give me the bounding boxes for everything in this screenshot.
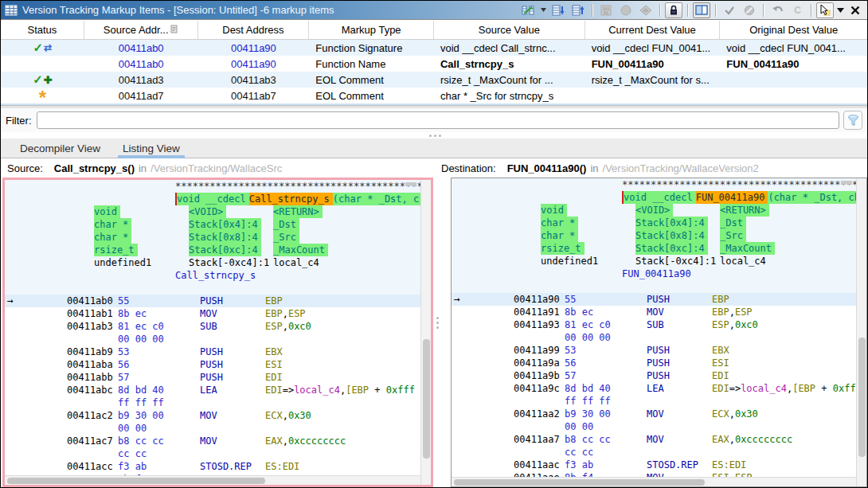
tab-listing-view[interactable]: Listing View [111, 139, 191, 158]
tool-options-caret-icon[interactable] [836, 2, 844, 18]
instruction-line[interactable]: 00411abc8d bd 40LEAEDI=>local_c4,[EBP + … [5, 384, 431, 396]
instruction-bytes: 57 [118, 371, 200, 384]
instruction-line[interactable]: 00411accf3 abSTOSD.REPES:EDI [5, 460, 431, 473]
instruction-bytes: 53 [565, 344, 647, 357]
column-header-status[interactable]: Status [1, 21, 84, 39]
variable-line[interactable]: undefined1Stack[-0xc4]:1local_c4 [452, 255, 866, 267]
markup-table-row[interactable]: ✓⇄00411ab000411a90Function Signaturevoid… [1, 40, 867, 56]
instruction-operands: ECX,0x30 [265, 409, 431, 422]
vertical-scrollbar[interactable] [856, 178, 866, 486]
horizontal-scrollbar[interactable] [452, 477, 856, 486]
markup-table-row[interactable]: *00411ad700411ab7EOL Commentchar * _Src … [1, 88, 867, 103]
instruction-bytes-continuation[interactable]: cc cc [5, 447, 431, 460]
markup-table-row[interactable]: 00411ab000411a90Function NameCall_strncp… [1, 56, 867, 72]
plate-comment-line[interactable]: ****************************************… [452, 178, 866, 191]
instruction-bytes-continuation[interactable]: ff ff ff [452, 395, 866, 408]
instruction-bytes-continuation[interactable]: cc cc [452, 446, 866, 459]
vertical-scrollbar[interactable] [420, 180, 431, 485]
instruction-line[interactable]: →00411a9055PUSHEBP [452, 293, 866, 306]
source-listing-panel[interactable]: ****************************************… [2, 178, 433, 487]
lock-icon[interactable] [665, 2, 682, 18]
function-label-line[interactable]: Call_strncpy_s [5, 269, 431, 282]
apply-markup-dropdown-caret-icon[interactable] [539, 2, 547, 18]
destination-header: Destination: FUN_00411a90() in /VersionT… [435, 162, 867, 174]
instruction-line[interactable]: 00411a9b57PUSHEDI [452, 369, 866, 382]
variable-line[interactable]: char *Stack[0x4]:4_Dst [452, 217, 866, 229]
current-dest-value-cell: rsize_t _MaxCount for s... [585, 72, 721, 88]
instruction-line[interactable]: 00411a9381 ec c0SUBESP,0xc0 [452, 318, 866, 331]
plate-comment-line[interactable]: ****************************************… [5, 180, 431, 193]
instruction-line[interactable]: 00411a9953PUSHEBX [452, 344, 866, 357]
variable-storage: Stack[-0xc4]:1 [635, 255, 719, 267]
instruction-line[interactable]: 00411a9c8d bd 40LEAEDI=>local_c4,[EBP + … [452, 382, 866, 395]
close-icon[interactable] [846, 2, 864, 18]
instruction-line[interactable]: 00411ac7b8 cc ccMOVEAX,0xcccccccc [5, 435, 431, 447]
signature-params: (char * _Dst, c [333, 193, 422, 205]
instruction-line[interactable]: 00411ab953PUSHEBX [5, 346, 431, 358]
markup-table-row[interactable]: ✓✚00411ad300411ab3EOL Commentrsize_t _Ma… [1, 72, 867, 88]
instruction-address: 00411a99 [514, 344, 565, 357]
original-dest-value-cell [720, 88, 867, 103]
variable-line[interactable]: char *Stack[0x8]:4_Src [5, 231, 431, 244]
column-header-dest-address[interactable]: Dest Address [198, 21, 310, 39]
blank-line[interactable] [452, 280, 866, 293]
instruction-line[interactable]: →00411ab055PUSHEBP [5, 295, 431, 307]
instruction-bytes: b9 30 00 [565, 408, 647, 420]
instruction-line[interactable]: 00411a918b ecMOVEBP,ESP [452, 306, 866, 318]
instruction-bytes-continuation[interactable]: 00 00 [5, 422, 431, 435]
column-header-source-addr-[interactable]: Source Addr... [84, 21, 198, 39]
instruction-bytes-continuation[interactable]: 00 00 00 [5, 333, 431, 346]
destination-listing[interactable]: ****************************************… [452, 178, 866, 484]
column-header-markup-type[interactable]: Markup Type [309, 21, 434, 39]
instruction-line[interactable]: 00411a9a56PUSHESI [452, 357, 866, 369]
variable-type: undefined1 [541, 255, 601, 267]
cursor-arrow-icon[interactable] [816, 2, 834, 18]
dual-panel-icon[interactable] [693, 2, 710, 18]
table-icon [5, 5, 18, 16]
horizontal-scrollbar[interactable] [5, 475, 420, 485]
instruction-address: 00411a91 [514, 306, 565, 318]
instruction-line[interactable]: 00411aa2b9 30 00MOVECX,0x30 [452, 408, 866, 420]
filter-bar: Filter: [1, 108, 867, 132]
instruction-line[interactable]: 00411ab381 ec c0SUBESP,0xc0 [5, 320, 431, 333]
instruction-mnemonic: STOSD.REP [647, 459, 712, 471]
instruction-bytes-continuation[interactable]: 00 00 [452, 420, 866, 433]
variable-line[interactable]: char *Stack[0x4]:4_Dst [5, 218, 431, 231]
filter-input[interactable] [37, 111, 840, 129]
instruction-line[interactable]: 00411abb57PUSHEDI [5, 371, 431, 384]
variable-line[interactable]: void<VOID><RETURN> [452, 204, 866, 217]
instruction-line[interactable]: 00411aba56PUSHESI [5, 358, 431, 371]
instruction-line[interactable]: 00411ac2b9 30 00MOVECX,0x30 [5, 409, 431, 422]
source-listing[interactable]: ****************************************… [5, 180, 431, 485]
instruction-bytes-continuation[interactable]: 00 00 00 [452, 331, 866, 344]
column-header-source-value[interactable]: Source Value [434, 21, 585, 39]
instruction-line[interactable]: 00411aa7b8 cc ccMOVEAX,0xcccccccc [452, 433, 866, 446]
funnel-icon[interactable] [843, 111, 862, 130]
column-header-current-dest-value[interactable]: Current Dest Value [585, 21, 721, 39]
vertical-splitter[interactable] [436, 317, 439, 329]
table-arrow-up-icon[interactable] [569, 2, 587, 18]
original-dest-value-cell: void __cdecl FUN_0041... [720, 40, 867, 56]
toolbar-separator [763, 4, 764, 17]
variable-line[interactable]: undefined1Stack[-0xc4]:1local_c4 [5, 256, 431, 269]
destination-listing-panel[interactable]: ****************************************… [451, 178, 867, 487]
variable-type: char * [541, 217, 578, 229]
function-label-line[interactable]: FUN_00411a90 [452, 267, 866, 280]
variable-line[interactable]: rsize_tStack[0xc]:4_MaxCount [452, 242, 866, 255]
status-cell [1, 56, 84, 72]
apply-markup-icon[interactable] [519, 2, 537, 18]
tab-decompiler-view[interactable]: Decompiler View [9, 139, 111, 158]
function-signature-line[interactable]: void __cdecl Call_strncpy_s(char * _Dst,… [5, 193, 431, 205]
column-header-original-dest-value[interactable]: Original Dest Value [720, 21, 867, 39]
table-arrow-down-icon[interactable] [549, 2, 567, 18]
instruction-bytes-continuation[interactable]: ff ff ff [5, 396, 431, 409]
instruction-line[interactable]: 00411ab18b ecMOVEBP,ESP [5, 307, 431, 320]
variable-line[interactable]: rsize_tStack[0xc]:4_MaxCount [5, 244, 431, 256]
instruction-line[interactable]: 00411aacf3 abSTOSD.REPES:EDI [452, 459, 866, 471]
blank-line[interactable] [5, 282, 431, 295]
instruction-operands: EAX,0xcccccccc [712, 433, 866, 446]
variable-line[interactable]: void<VOID><RETURN> [5, 205, 431, 218]
function-signature-line[interactable]: void __cdecl FUN_00411a90(char * _Dst, c… [452, 191, 866, 204]
horizontal-splitter[interactable] [1, 132, 867, 139]
variable-line[interactable]: char *Stack[0x8]:4_Src [452, 229, 866, 242]
